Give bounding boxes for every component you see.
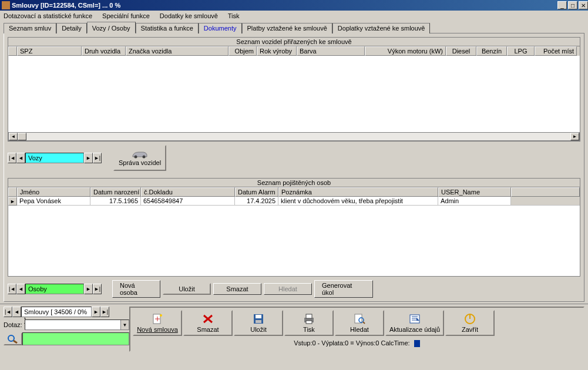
tab-vozy-osoby[interactable]: Vozy / Osoby: [87, 22, 136, 33]
cell-poznamka: klient v důchodovém věku, třeba přepojis…: [278, 197, 438, 206]
col-lpg[interactable]: LPG: [507, 46, 535, 56]
magnifier-icon: [7, 334, 19, 344]
col-barva[interactable]: Barva: [297, 46, 365, 56]
smazat-label: Smazat: [197, 326, 219, 333]
col-druh[interactable]: Druh vozidla: [82, 46, 126, 56]
maximize-button[interactable]: □: [568, 1, 577, 9]
menu-dodatky[interactable]: Dodatky ke smlouvě: [160, 12, 218, 19]
table-row[interactable]: ► Pepa Vonásek 17.5.1965 65465849847 17.…: [8, 197, 580, 206]
tab-seznam-smluv[interactable]: Seznam smluv: [4, 23, 56, 33]
col-alarm[interactable]: Datum Alarm: [235, 187, 278, 197]
osoby-nav-prev[interactable]: ◄: [16, 284, 25, 294]
cell-pad: [511, 197, 580, 206]
generovat-ukol-button[interactable]: Generovat úkol: [314, 280, 373, 298]
row-indicator-icon[interactable]: ►: [8, 197, 17, 206]
vehicles-grid-header: SPZ Druh vozidla Značka vozidla Objem Ro…: [8, 46, 580, 56]
col-doklad[interactable]: č.Dokladu: [141, 187, 235, 197]
sprava-vozidel-label: Správa vozidel: [119, 159, 161, 166]
nova-smlouva-label: Nová smlouva: [137, 326, 178, 333]
row-selector-header: [8, 187, 17, 197]
aktualizace-button[interactable]: Aktualizace údajů: [385, 310, 444, 336]
nova-osoba-button[interactable]: Nová osoba: [112, 280, 160, 298]
smlouvy-nav-next[interactable]: ►: [92, 307, 100, 317]
col-diesel[interactable]: Diesel: [446, 46, 476, 56]
zavrit-button[interactable]: Zavřít: [445, 310, 495, 336]
svg-rect-12: [355, 314, 362, 323]
col-rok[interactable]: Rok výroby: [257, 46, 297, 56]
sprava-vozidel-button[interactable]: Správa vozidel: [113, 145, 166, 171]
scroll-left-icon[interactable]: ◄: [9, 133, 18, 140]
nav-first-button[interactable]: |◄: [8, 153, 16, 163]
nova-smlouva-button[interactable]: Nová smlouva: [133, 310, 182, 336]
nav-prev-button[interactable]: ◄: [16, 153, 25, 163]
tab-strip: Seznam smluv Detaily Vozy / Osoby Statis…: [4, 22, 584, 33]
nav-osoby-field[interactable]: Osoby: [25, 284, 84, 294]
cell-narozeni: 17.5.1965: [90, 197, 141, 206]
ulozit-button[interactable]: Uložit: [234, 310, 283, 336]
minimize-button[interactable]: _: [557, 1, 567, 9]
smazat-osoba-button[interactable]: Smazat: [213, 283, 261, 295]
nav-last-button[interactable]: ►|: [93, 153, 102, 163]
hledat-button[interactable]: Hledat: [335, 310, 384, 336]
dotaz-label: Dotaz:: [4, 321, 22, 328]
col-pocet[interactable]: Počet míst: [535, 46, 577, 56]
vehicles-grid-title: Seznam vozidel přiřazených ke smlouvě: [8, 38, 580, 46]
close-button[interactable]: ✕: [579, 1, 588, 9]
chevron-down-icon[interactable]: ▼: [120, 320, 129, 329]
search-button[interactable]: [4, 332, 22, 345]
status-indicator-icon: [414, 340, 420, 347]
menu-dotazovaci[interactable]: Dotazovací a statistické funkce: [4, 12, 92, 19]
scroll-track[interactable]: [26, 133, 570, 140]
scroll-thumb[interactable]: [18, 133, 26, 140]
vehicles-hscroll[interactable]: ◄ ►: [8, 132, 580, 141]
smazat-button[interactable]: Smazat: [183, 310, 233, 336]
persons-grid-body[interactable]: ► Pepa Vonásek 17.5.1965 65465849847 17.…: [8, 197, 580, 276]
cell-jmeno: Pepa Vonásek: [17, 197, 90, 206]
col-jmeno[interactable]: Jméno: [17, 187, 90, 197]
vehicles-grid-body[interactable]: [8, 56, 580, 132]
col-narozeni[interactable]: Datum narození: [90, 187, 141, 197]
smlouvy-nav-last[interactable]: ►|: [100, 307, 109, 317]
smlouvy-nav-prev[interactable]: ◄: [12, 307, 21, 317]
nav-next-button[interactable]: ►: [84, 153, 93, 163]
car-icon: [130, 150, 149, 159]
main-toolbar: Nová smlouva Smazat Uložit Tisk Hledat A…: [133, 310, 581, 336]
tisk-button[interactable]: Tisk: [284, 310, 334, 336]
svg-point-0: [135, 156, 137, 159]
search-icon: [353, 313, 366, 325]
svg-point-5: [160, 314, 162, 317]
hledat-osoba-button[interactable]: Hledat: [264, 283, 312, 295]
tab-statistika[interactable]: Statistika a funkce: [136, 23, 199, 33]
dotaz-combo[interactable]: ▼: [25, 319, 129, 330]
col-user[interactable]: USER_Name: [438, 187, 511, 197]
tab-detaily[interactable]: Detaily: [56, 23, 87, 33]
col-objem[interactable]: Objem: [229, 46, 257, 56]
osoby-nav-next[interactable]: ►: [84, 284, 93, 294]
col-vykon[interactable]: Výkon motoru (kW): [365, 46, 446, 56]
smlouvy-nav-first[interactable]: |◄: [4, 307, 12, 317]
status-text: Vstup:0 - Výplata:0 = Výnos:0 CalcTime:: [294, 339, 409, 347]
nav-vozy-field[interactable]: Vozy: [25, 153, 84, 163]
svg-rect-10: [306, 314, 312, 318]
menu-specialni[interactable]: Speciální funkce: [102, 12, 150, 19]
osoby-nav-last[interactable]: ►|: [93, 284, 102, 294]
osoby-nav-first[interactable]: |◄: [8, 284, 16, 294]
nav-smlouvy-field[interactable]: Smlouvy [ 34506 / 0% ]: [21, 307, 92, 317]
svg-line-14: [363, 322, 365, 324]
search-field[interactable]: [22, 332, 129, 345]
col-spz[interactable]: SPZ: [17, 46, 82, 56]
tab-doplatky[interactable]: Doplatky vztažené ke smlouvě: [332, 23, 431, 33]
col-poznamka[interactable]: Poznámka: [278, 187, 438, 197]
col-spacer: [511, 187, 580, 197]
scroll-right-icon[interactable]: ►: [570, 133, 579, 140]
persons-grid: Seznam pojištěných osob Jméno Datum naro…: [8, 178, 580, 277]
tab-platby[interactable]: Platby vztažené ke smlouvě: [242, 23, 332, 33]
col-znacka[interactable]: Značka vozidla: [126, 46, 229, 56]
title-bar: Smlouvy [ID=122584, CSml=] ... 0 % _ □ ✕: [0, 0, 588, 11]
col-benzin[interactable]: Benzín: [476, 46, 507, 56]
tab-dokumenty[interactable]: Dokumenty: [199, 23, 242, 33]
hledat-label: Hledat: [350, 326, 369, 333]
zavrit-label: Zavřít: [462, 326, 478, 333]
menu-tisk[interactable]: Tisk: [228, 12, 240, 19]
ulozit-osoba-button[interactable]: Uložit: [163, 283, 211, 295]
